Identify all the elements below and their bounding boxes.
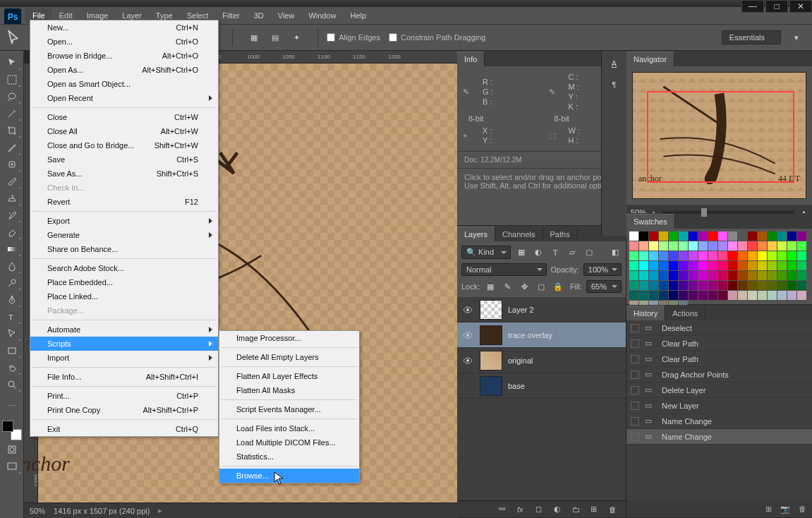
menu-item-revert[interactable]: RevertF12 [30, 195, 218, 209]
swatch[interactable] [639, 231, 648, 241]
history-state[interactable]: ▭Delete Layer [626, 383, 812, 398]
snapshot-icon[interactable]: 📷 [780, 505, 790, 514]
swatch[interactable] [629, 261, 638, 270]
swatch[interactable] [777, 241, 787, 251]
swatch[interactable] [639, 261, 648, 270]
tab-history[interactable]: History [626, 306, 665, 320]
swatch[interactable] [669, 261, 678, 270]
zoom-slider[interactable] [662, 211, 794, 214]
swatch[interactable] [659, 291, 668, 300]
swatch[interactable] [708, 261, 717, 270]
menu-item-close-all[interactable]: Close AllAlt+Ctrl+W [30, 124, 218, 138]
swatches-tab[interactable]: Swatches [626, 214, 675, 229]
swatch[interactable] [659, 271, 668, 280]
history-checkbox[interactable] [631, 371, 639, 379]
swatch[interactable] [797, 291, 806, 300]
swatch[interactable] [698, 291, 708, 300]
history-state[interactable]: ▭Name Change [626, 429, 812, 445]
layer-name[interactable]: base [508, 382, 622, 390]
swatch[interactable] [738, 261, 747, 270]
swatch[interactable] [777, 291, 787, 300]
swatch[interactable] [649, 241, 658, 251]
eyedropper-tool[interactable] [3, 140, 21, 155]
swatch[interactable] [679, 241, 688, 251]
swatch[interactable] [728, 261, 737, 270]
filter-smart-icon[interactable]: ▢ [583, 246, 595, 259]
history-checkbox[interactable] [631, 433, 639, 441]
layer-mask-icon[interactable]: ◻ [535, 505, 547, 514]
swatch[interactable] [659, 241, 668, 251]
info-tab[interactable]: Info [457, 52, 485, 66]
layer-name[interactable]: trace overlay [508, 331, 622, 339]
swatch[interactable] [679, 231, 688, 241]
swatch[interactable] [698, 231, 708, 241]
menu-view[interactable]: View [271, 8, 302, 23]
swatch[interactable] [669, 271, 678, 280]
history-checkbox[interactable] [631, 355, 639, 363]
history-state[interactable]: ▭Drag Anchor Points [626, 367, 812, 383]
filter-type-icon[interactable]: T [549, 246, 562, 259]
path-align-icon[interactable]: ▦ [246, 29, 262, 46]
lock-artboard-icon[interactable]: ▢ [535, 280, 547, 293]
minimize-button[interactable]: — [741, 0, 764, 13]
swatch[interactable] [649, 231, 658, 241]
brush-tool[interactable] [3, 174, 21, 189]
layer-name[interactable]: original [508, 356, 622, 365]
swatch[interactable] [669, 281, 678, 290]
swatch[interactable] [787, 291, 796, 300]
menu-filter[interactable]: Filter [215, 8, 246, 23]
filter-pixel-icon[interactable]: ▦ [515, 246, 528, 259]
close-button[interactable]: ✕ [789, 0, 812, 13]
swatch[interactable] [659, 231, 668, 241]
hand-tool[interactable] [3, 360, 21, 375]
layer-row[interactable]: Layer 2 [457, 297, 626, 323]
marquee-tool[interactable] [3, 72, 21, 88]
delete-layer-icon[interactable]: 🗑 [609, 505, 620, 514]
swatch[interactable] [639, 271, 648, 280]
swatch[interactable] [758, 251, 767, 260]
swatch[interactable] [669, 241, 678, 251]
swatch[interactable] [797, 231, 806, 241]
quick-mask[interactable] [3, 442, 21, 457]
swatch[interactable] [679, 291, 688, 300]
swatch[interactable] [777, 261, 787, 270]
swatch[interactable] [787, 281, 796, 290]
filter-toggle[interactable]: ◧ [609, 246, 622, 259]
search-icon[interactable]: ▾ [788, 29, 805, 46]
swatch[interactable] [738, 251, 747, 260]
swatch[interactable] [768, 231, 777, 241]
type-tool[interactable]: T [3, 309, 21, 325]
swatch[interactable] [758, 241, 767, 251]
direct-selection-tool-icon[interactable] [6, 29, 23, 46]
swatch[interactable] [748, 261, 757, 270]
constrain-path-checkbox[interactable]: Constrain Path Dragging [389, 33, 485, 42]
menu-item-search-adobe-stock[interactable]: Search Adobe Stock... [30, 261, 218, 275]
path-arrange-icon[interactable]: ▤ [267, 29, 284, 46]
swatch[interactable] [758, 261, 767, 270]
lock-transparency-icon[interactable]: ▦ [484, 280, 497, 293]
menu-item-save-as[interactable]: Save As...Shift+Ctrl+S [30, 167, 218, 181]
swatch[interactable] [639, 291, 648, 300]
edit-toolbar[interactable]: ⋯ [3, 398, 21, 414]
eraser-tool[interactable] [3, 224, 21, 240]
visibility-toggle[interactable] [461, 329, 474, 342]
swatch[interactable] [797, 281, 806, 290]
swatch[interactable] [718, 291, 727, 300]
layer-filter-kind[interactable]: 🔍 Kind [461, 246, 511, 259]
layer-style-icon[interactable]: fx [517, 505, 528, 514]
filter-shape-icon[interactable]: ▱ [566, 246, 578, 259]
delete-state-icon[interactable]: 🗑 [799, 505, 806, 513]
menu-item-statistics[interactable]: Statistics... [219, 450, 359, 464]
menu-item-image-processor[interactable]: Image Processor... [219, 331, 359, 345]
layer-thumbnail[interactable] [480, 351, 502, 371]
history-checkbox[interactable] [631, 386, 639, 394]
swatch[interactable] [728, 281, 737, 290]
workspace-switcher[interactable]: Essentials [722, 30, 781, 44]
swatch[interactable] [659, 251, 668, 260]
swatch[interactable] [787, 261, 796, 270]
file-menu-dropdown[interactable]: New...Ctrl+NOpen...Ctrl+OBrowse in Bridg… [30, 20, 219, 437]
swatch[interactable] [777, 231, 787, 241]
swatch[interactable] [768, 251, 777, 260]
swatch[interactable] [787, 241, 796, 251]
swatch[interactable] [679, 271, 688, 280]
